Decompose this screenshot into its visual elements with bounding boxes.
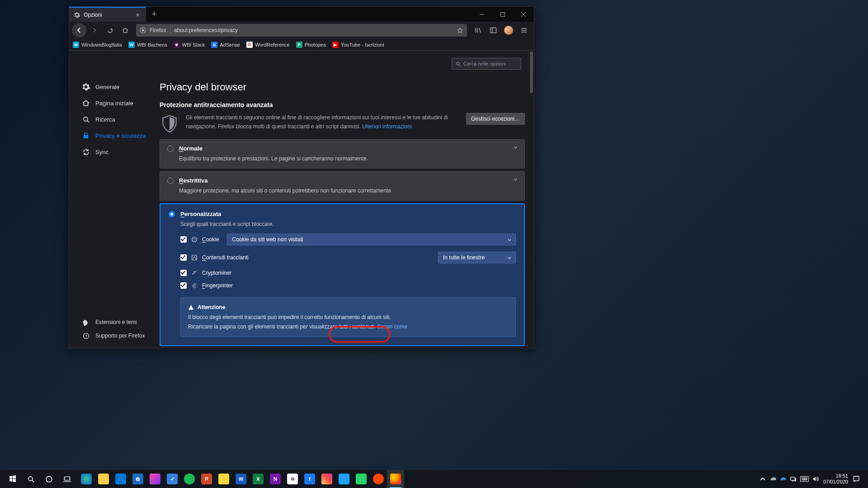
checkbox-cookie[interactable]	[180, 236, 187, 243]
manage-exceptions-button[interactable]: Gestisci eccezioni…	[466, 113, 525, 125]
taskbar-app-word[interactable]: W	[232, 470, 250, 488]
sidebar-item-privacy[interactable]: Privacy e sicurezza	[82, 127, 160, 144]
option-row-crypto: Cryptominer	[180, 270, 516, 276]
bookmark-item[interactable]: WWBI Bacheca	[128, 42, 167, 48]
scrollbar-thumb[interactable]	[530, 52, 533, 93]
protection-panel-normal[interactable]: Normale Equilibrio tra protezione e pres…	[160, 139, 525, 169]
nav-forward[interactable]	[87, 23, 102, 38]
url-bar[interactable]: Firefox about:preferences#privacy	[136, 24, 467, 37]
checkbox-crypto[interactable]	[180, 270, 187, 276]
sidebar-item-sync[interactable]: Sync	[82, 144, 160, 160]
tray-onedrive-icon[interactable]	[770, 476, 777, 482]
taskbar-app-whatsapp[interactable]	[353, 470, 370, 488]
sidebar-toggle-icon[interactable]	[486, 23, 500, 38]
select-cookie-type[interactable]: Cookie da siti web non visitati	[227, 234, 516, 245]
svg-point-6	[83, 333, 89, 338]
home-icon	[82, 99, 90, 107]
cryptominer-icon	[191, 270, 198, 276]
tray-volume-icon[interactable]	[812, 476, 819, 482]
bookmark-item[interactable]: PPhotopea	[296, 42, 326, 48]
checkbox-fingerprint[interactable]	[180, 282, 187, 289]
taskbar-app-yourphone[interactable]	[112, 470, 129, 488]
taskbar-app-powerpoint[interactable]: P	[198, 470, 215, 488]
chevron-down-icon[interactable]	[513, 177, 518, 182]
tray-language-icon[interactable]: ⌨	[800, 476, 809, 482]
intro-text: Gli elementi traccianti ti seguono onlin…	[186, 113, 460, 131]
svg-rect-15	[64, 477, 69, 480]
protection-panel-strict[interactable]: Restrittiva Maggiore protezione, ma alcu…	[160, 171, 525, 201]
radio-normal[interactable]	[167, 145, 174, 152]
radio-custom[interactable]	[169, 211, 175, 217]
settings-search-input[interactable]: Cerca nelle opzioni	[452, 58, 521, 70]
taskbar-app-slack[interactable]: ※	[284, 470, 301, 488]
svg-rect-5	[84, 135, 88, 138]
select-content-windows[interactable]: In tutte le finestre	[438, 252, 516, 263]
sidebar-item-home[interactable]: Pagina iniziale	[82, 95, 160, 111]
taskbar-app-instagram[interactable]	[318, 470, 335, 488]
window-close[interactable]	[513, 7, 534, 22]
bookmark-item[interactable]: RWordReference	[246, 42, 290, 48]
link-learn-how[interactable]: Scopri come	[377, 324, 407, 330]
nav-back[interactable]	[72, 23, 86, 38]
taskbar-app-twitter[interactable]	[335, 470, 353, 488]
tray-onedrive-icon[interactable]	[780, 476, 787, 482]
taskbar-app-paint3d[interactable]	[146, 470, 164, 488]
nav-home[interactable]	[118, 23, 132, 38]
taskbar-app-sticky[interactable]	[215, 470, 232, 488]
svg-point-13	[28, 476, 32, 480]
app-menu-icon[interactable]	[517, 23, 531, 38]
shield-icon	[160, 114, 179, 134]
url-label: Firefox	[150, 27, 166, 33]
taskbar-taskview[interactable]	[58, 470, 76, 488]
taskbar-cortana[interactable]	[40, 470, 58, 488]
taskbar-clock[interactable]: 18:51 07/01/2020	[823, 473, 848, 485]
window-minimize[interactable]	[472, 7, 492, 22]
profile-avatar[interactable]	[501, 23, 516, 38]
search-icon	[456, 61, 461, 66]
window-maximize[interactable]	[492, 7, 513, 22]
taskbar-app-todo[interactable]: ✓	[164, 470, 181, 488]
new-tab-button[interactable]: +	[146, 7, 162, 22]
taskbar-app-explorer[interactable]	[95, 470, 112, 488]
content-scrollbar[interactable]	[529, 51, 534, 348]
puzzle-icon	[82, 318, 90, 326]
library-icon[interactable]	[471, 23, 485, 38]
sidebar-item-extensions[interactable]: Estensioni e temi	[82, 315, 145, 329]
tab-opzioni[interactable]: Opzioni ×	[69, 7, 146, 22]
warning-box: Attenzione Il blocco degli elementi trac…	[180, 297, 516, 337]
taskbar-app-firefox[interactable]	[387, 470, 404, 488]
bookmark-item[interactable]: GAdSense	[211, 42, 240, 48]
taskbar-app-onenote[interactable]: N	[267, 470, 284, 488]
taskbar-app-store[interactable]: ⧉	[129, 470, 146, 488]
tracking-content-icon	[191, 254, 198, 261]
bookmark-item[interactable]: WWindowsBlogItalia	[73, 42, 122, 48]
bookmark-item[interactable]: ※WBI Slack	[174, 42, 205, 48]
taskbar-app-spotify[interactable]	[181, 470, 198, 488]
chevron-down-icon	[507, 238, 512, 242]
chevron-down-icon	[507, 256, 512, 260]
svg-point-11	[193, 240, 194, 241]
crypto-label: Cryptominer	[202, 270, 231, 276]
nav-reload[interactable]	[103, 23, 117, 38]
sidebar-item-search[interactable]: Ricerca	[82, 111, 160, 127]
sidebar-item-support[interactable]: Supporto per Firefox	[82, 329, 145, 343]
link-more-info[interactable]: Ulteriori informazioni	[362, 123, 411, 130]
tray-notifications-icon[interactable]	[853, 475, 860, 483]
tray-overflow-icon[interactable]	[760, 476, 766, 482]
panel-title-normal: Normale	[179, 145, 203, 152]
taskbar-app-reddit[interactable]	[370, 470, 387, 488]
tab-close-icon[interactable]: ×	[134, 11, 142, 19]
tray-network-icon[interactable]	[790, 476, 797, 482]
start-button[interactable]	[4, 470, 22, 488]
section-title: Protezione antitracciamento avanzata	[160, 101, 525, 108]
sidebar-item-general[interactable]: Generale	[82, 79, 160, 95]
taskbar-app-edge[interactable]	[78, 470, 95, 488]
bookmark-star-icon[interactable]	[457, 27, 463, 34]
bookmark-item[interactable]: ▶YouTube - Iscrizioni	[332, 42, 384, 48]
checkbox-content[interactable]	[180, 254, 187, 261]
taskbar-search[interactable]	[22, 470, 40, 488]
taskbar-app-facebook[interactable]: f	[301, 470, 318, 488]
taskbar-app-excel[interactable]: X	[250, 470, 267, 488]
chevron-down-icon[interactable]	[513, 145, 518, 150]
radio-strict[interactable]	[167, 178, 174, 184]
